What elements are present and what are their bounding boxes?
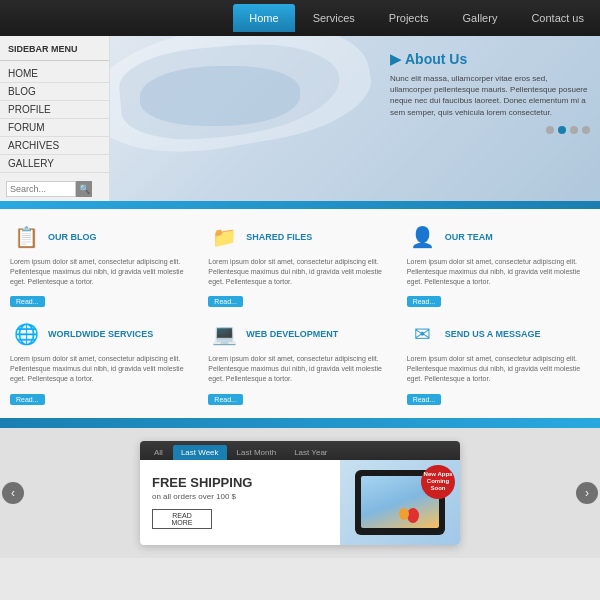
search-input[interactable] — [6, 181, 76, 197]
carousel-tab-list: All Last Week Last Month Last Year — [140, 441, 460, 460]
feature-worldwide-read-more[interactable]: Read... — [10, 394, 45, 405]
nav-tab-list: Home Services Projects Gallery Contact u… — [233, 4, 600, 32]
hero-title-text: About Us — [405, 51, 467, 67]
blog-icon: 📋 — [10, 221, 42, 253]
carousel-tab-lastweek[interactable]: Last Week — [173, 445, 227, 460]
hero-description: Nunc elit massa, ullamcorper vitae eros … — [390, 73, 590, 118]
feature-webdev: 💻 WEB DEVELOPMENT Lorem ipsum dolor sit … — [208, 318, 391, 405]
bottom-blue-stripe — [0, 418, 600, 428]
feature-team-header: 👤 OUR TEAM — [407, 221, 590, 253]
hero-title: ▶ About Us — [390, 51, 590, 67]
feature-message-header: ✉ SEND US A MESSAGE — [407, 318, 590, 350]
nav-tab-contact[interactable]: Contact us — [515, 4, 600, 32]
feature-team-desc: Lorem ipsum dolor sit amet, consectetur … — [407, 257, 590, 286]
search-button[interactable]: 🔍 — [76, 181, 92, 197]
hero-dot-4[interactable] — [582, 126, 590, 134]
feature-worldwide: 🌐 WORLDWIDE SERVICES Lorem ipsum dolor s… — [10, 318, 193, 405]
badge-line1: New Apps — [424, 471, 453, 478]
carousel-left-content: FREE SHIPPING on all orders over 100 $ R… — [140, 460, 340, 545]
feature-webdev-read-more[interactable]: Read... — [208, 394, 243, 405]
feature-team: 👤 OUR TEAM Lorem ipsum dolor sit amet, c… — [407, 221, 590, 308]
carousel-next-button[interactable]: › — [576, 482, 598, 504]
carousel-tab-all[interactable]: All — [146, 445, 171, 460]
feature-message: ✉ SEND US A MESSAGE Lorem ipsum dolor si… — [407, 318, 590, 405]
nav-tab-gallery[interactable]: Gallery — [447, 4, 514, 32]
sidebar-item-gallery[interactable]: GALLERY — [0, 155, 109, 173]
nav-tab-projects[interactable]: Projects — [373, 4, 445, 32]
feature-worldwide-desc: Lorem ipsum dolor sit amet, consectetur … — [10, 354, 193, 383]
hero-dot-3[interactable] — [570, 126, 578, 134]
nav-tab-home[interactable]: Home — [233, 4, 294, 32]
world-icon: 🌐 — [10, 318, 42, 350]
feature-worldwide-title: WORLDWIDE SERVICES — [48, 329, 153, 339]
feature-webdev-desc: Lorem ipsum dolor sit amet, consectetur … — [208, 354, 391, 383]
feature-message-title: SEND US A MESSAGE — [445, 329, 541, 339]
sidebar: SIDEBAR MENU HOME BLOG PROFILE FORUM ARC… — [0, 36, 110, 201]
bottom-carousel-section: ‹ All Last Week Last Month Last Year FRE… — [0, 428, 600, 558]
sidebar-item-home[interactable]: HOME — [0, 65, 109, 83]
sidebar-title: SIDEBAR MENU — [0, 44, 109, 61]
new-apps-badge: New Apps Coming Soon — [421, 465, 455, 499]
hero-content: ▶ About Us Nunc elit massa, ullamcorper … — [390, 51, 590, 134]
feature-webdev-title: WEB DEVELOPMENT — [246, 329, 338, 339]
feature-team-read-more[interactable]: Read... — [407, 296, 442, 307]
feature-webdev-header: 💻 WEB DEVELOPMENT — [208, 318, 391, 350]
feature-files-header: 📁 SHARED FILES — [208, 221, 391, 253]
feature-blog: 📋 OUR BLOG Lorem ipsum dolor sit amet, c… — [10, 221, 193, 308]
blue-stripe — [0, 201, 600, 209]
feature-blog-desc: Lorem ipsum dolor sit amet, consectetur … — [10, 257, 193, 286]
feature-message-read-more[interactable]: Read... — [407, 394, 442, 405]
badge-line2: Coming Soon — [421, 478, 455, 492]
carousel-right-content: New Apps Coming Soon — [340, 460, 460, 545]
hero-dot-1[interactable] — [546, 126, 554, 134]
play-icon: ▶ — [390, 51, 401, 67]
wave-3 — [140, 66, 300, 126]
team-icon: 👤 — [407, 221, 439, 253]
carousel-card: All Last Week Last Month Last Year FREE … — [140, 441, 460, 545]
features-grid: 📋 OUR BLOG Lorem ipsum dolor sit amet, c… — [0, 209, 600, 418]
feature-files: 📁 SHARED FILES Lorem ipsum dolor sit ame… — [208, 221, 391, 308]
nav-tab-services[interactable]: Services — [297, 4, 371, 32]
feature-blog-read-more[interactable]: Read... — [10, 296, 45, 307]
sidebar-item-blog[interactable]: BLOG — [0, 83, 109, 101]
hero-dot-2[interactable] — [558, 126, 566, 134]
carousel-body: FREE SHIPPING on all orders over 100 $ R… — [140, 460, 460, 545]
mail-icon: ✉ — [407, 318, 439, 350]
shipping-subtitle: on all orders over 100 $ — [152, 492, 328, 501]
feature-files-read-more[interactable]: Read... — [208, 296, 243, 307]
shipping-title: FREE SHIPPING — [152, 475, 328, 490]
carousel-tab-lastyear[interactable]: Last Year — [286, 445, 335, 460]
feature-files-title: SHARED FILES — [246, 232, 312, 242]
feature-worldwide-header: 🌐 WORLDWIDE SERVICES — [10, 318, 193, 350]
laptop-icon: 💻 — [208, 318, 240, 350]
balloon-red — [407, 508, 419, 523]
sidebar-search-container: 🔍 — [0, 177, 109, 201]
sidebar-item-forum[interactable]: FORUM — [0, 119, 109, 137]
top-navigation: Home Services Projects Gallery Contact u… — [0, 0, 600, 36]
feature-blog-title: OUR BLOG — [48, 232, 97, 242]
feature-team-title: OUR TEAM — [445, 232, 493, 242]
carousel-tab-lastmonth[interactable]: Last Month — [229, 445, 285, 460]
feature-message-desc: Lorem ipsum dolor sit amet, consectetur … — [407, 354, 590, 383]
main-area: SIDEBAR MENU HOME BLOG PROFILE FORUM ARC… — [0, 36, 600, 201]
sidebar-item-profile[interactable]: PROFILE — [0, 101, 109, 119]
files-icon: 📁 — [208, 221, 240, 253]
feature-files-desc: Lorem ipsum dolor sit amet, consectetur … — [208, 257, 391, 286]
sidebar-item-archives[interactable]: ARCHIVES — [0, 137, 109, 155]
feature-blog-header: 📋 OUR BLOG — [10, 221, 193, 253]
carousel-read-more-button[interactable]: READ MORE — [152, 509, 212, 529]
hero-dots — [390, 126, 590, 134]
hero-section: ▶ About Us Nunc elit massa, ullamcorper … — [110, 36, 600, 201]
carousel-prev-button[interactable]: ‹ — [2, 482, 24, 504]
